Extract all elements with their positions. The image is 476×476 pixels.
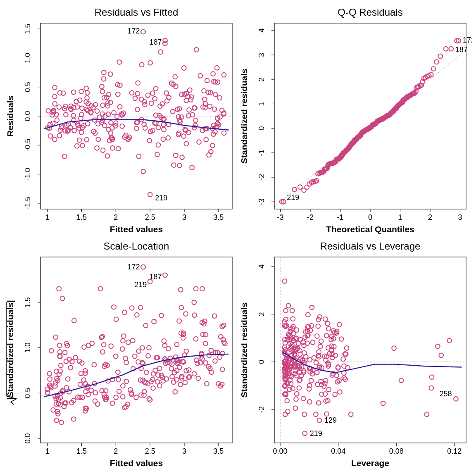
data-point [178,288,183,292]
chart-qq: Q-Q Residuals172187219-3-2-10123-3-2-101… [238,4,472,238]
data-point [285,398,289,403]
data-point [184,349,188,353]
point-label: 129 [324,416,337,424]
data-point [135,313,139,317]
data-point [143,323,148,328]
data-point [177,365,182,370]
x-tick: 0.00 [273,447,288,455]
data-point [86,392,90,397]
x-tick: 3 [182,447,186,455]
data-point [204,333,208,337]
x-axis-label: Fitted values [110,224,163,234]
data-point [57,133,62,138]
y-tick: -2 [257,174,266,181]
x-tick: 1 [45,213,50,221]
x-tick: 1.5 [76,447,87,455]
data-point [84,138,89,142]
data-point [55,418,59,423]
data-point [381,401,386,406]
data-point [144,370,149,375]
data-point [207,153,211,157]
data-point [117,60,121,64]
point-label: 172 [463,36,472,44]
y-tick: -1.5 [24,197,32,209]
data-point [192,371,197,376]
data-point [212,314,217,318]
data-point [155,152,159,157]
data-point [122,310,127,314]
data-point [434,60,439,64]
data-point [217,95,222,100]
x-axis-label: Fitted values [110,458,163,468]
data-point [110,146,115,150]
data-point [324,333,329,338]
data-point [55,118,60,122]
y-tick: 4 [257,29,266,33]
x-axis-label: Leverage [351,458,389,468]
data-point [121,384,125,388]
x-tick: 0.12 [447,447,462,455]
data-point [140,346,145,350]
data-point [317,401,321,405]
data-point [325,321,330,326]
data-point [286,409,290,414]
data-point [301,396,306,401]
data-point [116,377,121,382]
data-point [59,420,64,425]
data-point [184,141,188,146]
y-tick: 0 [257,126,266,131]
data-point [436,344,440,349]
x-tick: 1 [398,213,402,221]
data-point [333,392,337,397]
data-point [188,98,193,102]
data-point [147,345,151,350]
data-point [212,107,217,112]
data-point [283,279,287,283]
data-point [155,380,160,384]
data-point [47,371,52,376]
chart-title: Residuals vs Fitted [95,7,178,18]
point-label: 219 [134,281,147,289]
data-point [192,300,196,305]
data-point [100,103,105,107]
data-point [345,346,349,350]
data-point [79,89,83,94]
data-point [294,397,298,401]
data-point [110,126,114,130]
data-point [66,377,70,381]
data-point [96,137,100,142]
data-point [134,395,138,400]
data-point [123,356,128,361]
data-point [194,48,199,52]
data-point [197,140,201,144]
x-tick: 3 [458,213,462,221]
data-point [174,378,179,382]
data-point [93,390,98,395]
data-point [447,338,452,343]
data-point [215,121,220,126]
data-point [46,109,50,113]
data-point [203,361,208,365]
point-label: 258 [439,390,452,398]
data-point [169,367,174,371]
data-point [53,335,58,340]
data-point [170,374,174,379]
data-point [222,73,226,77]
data-point [319,379,323,384]
data-point [158,50,163,54]
data-point [114,317,119,321]
point-label: 219 [155,194,167,202]
data-point [52,85,57,90]
data-point [392,346,396,350]
data-point [349,412,353,416]
data-point [156,143,161,147]
data-point [438,54,443,59]
data-point [148,61,152,65]
y-tick: -2 [257,406,266,413]
data-point [92,362,96,367]
data-point [78,382,83,387]
data-point [59,363,63,368]
data-point [454,397,458,401]
data-point [220,367,225,371]
data-point [173,390,177,394]
